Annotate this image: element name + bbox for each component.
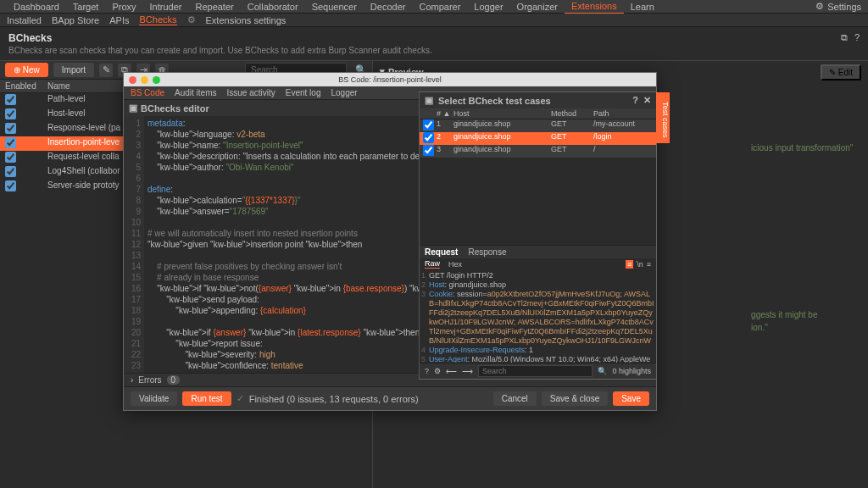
settings-button[interactable]: ⚙ Settings — [815, 1, 861, 12]
tab-logger[interactable]: Logger — [467, 0, 509, 14]
subtab-bapp[interactable]: BApp Store — [52, 15, 99, 25]
test-cases-panel: Test cases ▣ Select BCheck test cases ?✕… — [419, 92, 657, 380]
maximize-icon[interactable] — [153, 76, 160, 84]
mtab-eventlog[interactable]: Event log — [286, 88, 321, 97]
edit-icon[interactable]: ✎ — [99, 64, 113, 77]
runtest-button[interactable]: Run test — [182, 391, 231, 406]
tc-checkbox[interactable] — [423, 145, 434, 156]
hex-tab[interactable]: Hex — [448, 260, 462, 269]
popout-icon[interactable]: ⧉ — [841, 32, 848, 43]
gear-icon[interactable]: ⚙ — [434, 367, 441, 375]
panel-icon[interactable]: ▣ — [425, 95, 433, 106]
nav-icon[interactable]: ⟶ — [462, 367, 473, 375]
tc-row[interactable]: 1ginandjuice.shopGET/my-account — [420, 119, 656, 132]
window-titlebar[interactable]: BS Code: /insertion-point-level — [124, 73, 656, 86]
tab-repeater[interactable]: Repeater — [188, 0, 240, 14]
page-title: BChecks — [8, 32, 860, 44]
enable-checkbox[interactable] — [5, 166, 16, 177]
search-icon[interactable]: 🔍 — [598, 367, 607, 375]
chevron-right-icon[interactable]: › — [131, 375, 133, 385]
tab-proxy[interactable]: Proxy — [105, 0, 142, 14]
minimize-icon[interactable] — [141, 76, 148, 84]
mtab-bscode[interactable]: BS Code — [131, 88, 164, 97]
tab-organizer[interactable]: Organizer — [510, 0, 565, 14]
check-icon: ✓ — [236, 393, 244, 404]
cancel-button[interactable]: Cancel — [493, 391, 537, 406]
edit-button[interactable]: ✎ Edit — [821, 64, 861, 80]
subtab-apis[interactable]: APIs — [109, 15, 129, 25]
enable-checkbox[interactable] — [5, 123, 16, 134]
col-path[interactable]: Path — [593, 109, 653, 118]
close-icon[interactable] — [129, 76, 136, 84]
import-button[interactable]: Import — [53, 63, 94, 77]
gear-icon: ⚙ — [187, 14, 196, 25]
actions-icon[interactable]: ≡ — [626, 260, 633, 269]
tab-extensions[interactable]: Extensions — [565, 0, 624, 14]
wrap-icon[interactable]: ≡ — [647, 260, 651, 269]
mtab-logger[interactable]: Logger — [331, 88, 357, 97]
status-text: Finished (0 issues, 13 requests, 0 error… — [249, 394, 419, 404]
nav-icon[interactable]: ⟵ — [446, 367, 457, 375]
response-tab[interactable]: Response — [468, 247, 506, 257]
highlights-count: 0 highlights — [612, 367, 651, 375]
saveclose-button[interactable]: Save & close — [542, 391, 608, 406]
request-tab[interactable]: Request — [425, 247, 458, 257]
close-icon[interactable]: ✕ — [643, 95, 651, 106]
tc-checkbox[interactable] — [423, 132, 434, 143]
top-tabs: Dashboard Target Proxy Intruder Repeater… — [0, 0, 868, 14]
gear-icon: ⚙ — [815, 1, 824, 12]
mtab-issue[interactable]: Issue activity — [227, 88, 275, 97]
enable-checkbox[interactable] — [5, 180, 16, 191]
tc-title: Select BCheck test cases — [438, 96, 551, 106]
mtab-audit[interactable]: Audit items — [175, 88, 216, 97]
tab-collaborator[interactable]: Collaborator — [241, 0, 305, 14]
new-button[interactable]: ⊕ New — [5, 63, 48, 77]
col-host[interactable]: Host — [453, 109, 551, 118]
tc-checkbox[interactable] — [423, 119, 434, 130]
help-icon[interactable]: ? — [854, 32, 860, 43]
enable-checkbox[interactable] — [5, 108, 16, 119]
tab-sequencer[interactable]: Sequencer — [305, 0, 364, 14]
request-search[interactable] — [478, 365, 593, 377]
page-header: BChecks BChecks are scan checks that you… — [0, 27, 868, 61]
tab-comparer[interactable]: Comparer — [412, 0, 467, 14]
enable-checkbox[interactable] — [5, 94, 16, 105]
editor-title: BChecks editor — [141, 103, 209, 114]
raw-tab[interactable]: Raw — [425, 259, 440, 269]
col-num[interactable]: # ▲ — [437, 109, 453, 118]
enable-checkbox[interactable] — [5, 152, 16, 163]
subtab-bchecks[interactable]: BChecks — [139, 14, 176, 25]
page-desc: BChecks are scan checks that you can cre… — [8, 46, 860, 55]
enable-checkbox[interactable] — [5, 137, 16, 148]
newline-icon[interactable]: \n — [637, 260, 643, 269]
collapse-icon[interactable]: ▣ — [129, 103, 137, 114]
errors-label: Errors — [138, 375, 161, 385]
tab-intruder[interactable]: Intruder — [143, 0, 189, 14]
help-icon[interactable]: ? — [632, 95, 638, 106]
errors-count: 0 — [167, 375, 181, 385]
tab-dashboard[interactable]: Dashboard — [7, 0, 66, 14]
subtab-installed[interactable]: Installed — [7, 15, 42, 25]
tc-row[interactable]: 3ginandjuice.shopGET/ — [420, 145, 656, 158]
tab-learn[interactable]: Learn — [624, 0, 661, 14]
subtab-ext-settings[interactable]: Extensions settings — [206, 15, 287, 25]
tab-target[interactable]: Target — [66, 0, 106, 14]
tab-decoder[interactable]: Decoder — [364, 0, 413, 14]
window-title: BS Code: /insertion-point-level — [338, 75, 442, 84]
validate-button[interactable]: Validate — [131, 391, 177, 406]
save-button[interactable]: Save — [613, 391, 649, 406]
col-method[interactable]: Method — [551, 109, 593, 118]
request-body[interactable]: 12345 GET /login HTTP/2Host: ginandjuice… — [420, 269, 656, 363]
sub-tabs: Installed BApp Store APIs BChecks ⚙ Exte… — [0, 14, 868, 27]
testcases-sidetab[interactable]: Test cases — [656, 92, 670, 143]
help-icon[interactable]: ? — [425, 367, 429, 375]
tc-row[interactable]: 2ginandjuice.shopGET/login — [420, 132, 656, 145]
col-enabled[interactable]: Enabled — [5, 81, 47, 91]
